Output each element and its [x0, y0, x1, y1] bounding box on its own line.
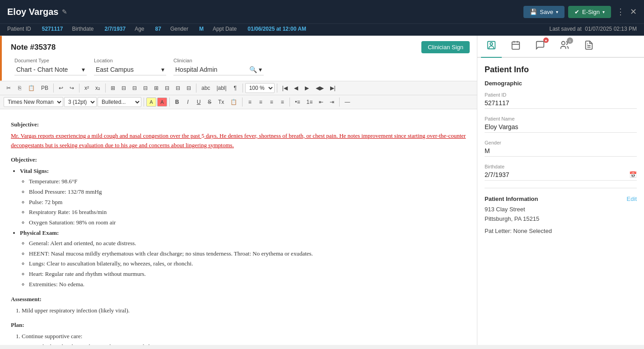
svg-point-6	[562, 42, 565, 45]
tab-calendar[interactable]	[505, 36, 526, 58]
svg-rect-2	[512, 42, 520, 50]
italic-button[interactable]: I	[183, 98, 193, 107]
save-button[interactable]: 💾 Save ▾	[523, 6, 565, 18]
col-button[interactable]: ⊞	[151, 84, 161, 93]
highlight-color-button[interactable]: A	[146, 98, 156, 107]
pe-extremities: Extremities: No edema.	[29, 280, 466, 289]
edit-name-icon[interactable]: ✎	[62, 8, 67, 15]
clinician-input[interactable]: Hospital Admin 🔍 ▾	[173, 64, 264, 75]
nav-next-button[interactable]: ▶	[302, 84, 312, 93]
tab-messages[interactable]: ●	[530, 36, 551, 58]
format-button[interactable]: 📋	[228, 98, 240, 107]
align-c-button[interactable]: ⊟	[130, 84, 140, 93]
outdent-button[interactable]: ⇤	[316, 98, 326, 107]
vital-item-pulse: Pulse: 72 bpm	[29, 198, 466, 207]
sep7	[144, 98, 144, 107]
align-r-button[interactable]: ⊟	[140, 84, 150, 93]
merge-button[interactable]: ⊟	[173, 84, 183, 93]
sep11	[339, 98, 340, 107]
birthdate-field-label: Birthdate	[485, 164, 637, 169]
nav-last-button[interactable]: ▶|	[327, 84, 338, 93]
note-fields: Document Type Chart - Chart Note ▾ Locat…	[11, 58, 470, 75]
list-style-select[interactable]: Bulleted... Numbered...	[98, 97, 141, 107]
doc-type-input[interactable]: Chart - Chart Note ▾	[14, 64, 87, 75]
patient-id-value: 5271117	[42, 26, 63, 32]
pe-heart: Heart: Regular rate and rhythm without m…	[29, 270, 466, 279]
undo-button[interactable]: ↩	[56, 84, 66, 93]
pb-button[interactable]: PB	[38, 84, 51, 93]
pilcrow-button[interactable]: ¶	[230, 84, 240, 93]
age-label: Age	[135, 26, 144, 32]
clinician-field: Clinician Hospital Admin 🔍 ▾	[173, 58, 264, 75]
numbered-list-button[interactable]: 1≡	[304, 98, 316, 107]
align-left-button[interactable]: ≡	[245, 98, 255, 107]
table-button[interactable]: ⊞	[108, 84, 118, 93]
header-left: Eloy Vargas ✎	[7, 7, 67, 17]
save-disk-icon: 💾	[530, 9, 537, 15]
pe-general: General: Alert and oriented, no acute di…	[29, 239, 466, 248]
word-count-button[interactable]: |abl|	[214, 84, 229, 93]
bold-button[interactable]: B	[172, 98, 182, 107]
zoom-select[interactable]: 100 % 75 % 125 % 150 %	[245, 83, 275, 93]
address-section-header: Patient Information Edit	[485, 195, 637, 202]
subscript-button[interactable]: x₂	[93, 84, 103, 93]
align-center-button[interactable]: ≡	[256, 98, 266, 107]
underline-button[interactable]: U	[194, 98, 204, 107]
calendar-icon[interactable]: 📅	[629, 171, 637, 178]
last-saved-value: 01/07/2025 02:13 PM	[585, 26, 637, 32]
address-line1: 913 Clay Street	[485, 205, 637, 214]
location-field: Location East Campus ▾	[94, 58, 166, 75]
assessment-heading: Assessment:	[11, 295, 466, 304]
nav-prev-button[interactable]: ◀	[291, 84, 301, 93]
split-button[interactable]: ⊟	[184, 84, 194, 93]
clinician-search-icon[interactable]: 🔍	[249, 66, 257, 73]
tab-users[interactable]: 1	[554, 36, 575, 58]
esign-button[interactable]: ✔ E-Sign ▾	[568, 6, 611, 18]
birthdate-meta-value: 2/7/1937	[104, 26, 126, 32]
spellcheck-button[interactable]: abc	[199, 84, 213, 93]
cut-button[interactable]: ✂	[4, 84, 14, 93]
bullet-list-button[interactable]: •≡	[292, 98, 303, 107]
justify-button[interactable]: ≡	[277, 98, 287, 107]
doc-type-label: Document Type	[14, 58, 87, 63]
plan-list: Continue supportive care: Stay hydrated …	[22, 332, 466, 345]
more-options-icon[interactable]: ⋮	[616, 7, 625, 17]
indent-button[interactable]: ⇥	[327, 98, 337, 107]
patient-info-panel: Patient Info Demographic Patient ID 5271…	[477, 58, 644, 345]
editor-content[interactable]: Subjective: Mr. Vargas reports experienc…	[0, 109, 477, 345]
strikethrough-button[interactable]: S	[205, 98, 215, 107]
nav-prev2-button[interactable]: ◀▶	[313, 84, 327, 93]
editor-wrapper: Subjective: Mr. Vargas reports experienc…	[0, 109, 477, 345]
last-saved: Last saved at 01/07/2025 02:13 PM	[550, 26, 637, 32]
appt-date-label: Appt Date	[213, 26, 237, 32]
paste-button[interactable]: 📋	[25, 84, 37, 93]
hr-button[interactable]: —	[342, 98, 353, 107]
nav-first-button[interactable]: |◀	[280, 84, 290, 93]
row-button[interactable]: ⊟	[162, 84, 172, 93]
address-section: Patient Information Edit 913 Clay Street…	[485, 195, 637, 234]
subjective-text: Mr. Vargas reports experiencing a mild c…	[11, 131, 466, 150]
superscript-button[interactable]: x²	[82, 84, 92, 93]
redo-button[interactable]: ↪	[67, 84, 77, 93]
align-right-button[interactable]: ≡	[266, 98, 276, 107]
birthdate-field-value: 2/7/1937 📅	[485, 171, 637, 181]
appt-date-value: 01/06/2025 at 12:00 AM	[247, 26, 306, 32]
clinician-caret: ▾	[259, 66, 262, 73]
size-select[interactable]: 3 (12pt) 2 (10pt) 4 (14pt)	[64, 97, 97, 107]
clear-format-button[interactable]: Tx	[215, 98, 227, 107]
close-button[interactable]: ✕	[630, 7, 637, 17]
font-color-button[interactable]: A	[157, 98, 167, 107]
clinician-value: Hospital Admin	[175, 66, 217, 73]
edit-patient-info-link[interactable]: Edit	[627, 195, 637, 202]
patient-name-field-value: Eloy Vargas	[485, 123, 637, 133]
clinician-sign-button[interactable]: Clinician Sign	[421, 41, 470, 53]
location-input[interactable]: East Campus ▾	[94, 64, 166, 75]
copy-button[interactable]: ⎘	[14, 84, 24, 93]
save-caret-icon: ▾	[556, 9, 558, 14]
patient-id-label: Patient ID	[7, 26, 31, 32]
tab-patient-info[interactable]	[481, 36, 502, 58]
font-select[interactable]: Times New Roman Arial Helvetica	[4, 97, 63, 107]
align-l-button[interactable]: ⊟	[119, 84, 129, 93]
patient-id-field: Patient ID 5271117	[485, 92, 637, 109]
tab-document[interactable]	[579, 36, 599, 58]
